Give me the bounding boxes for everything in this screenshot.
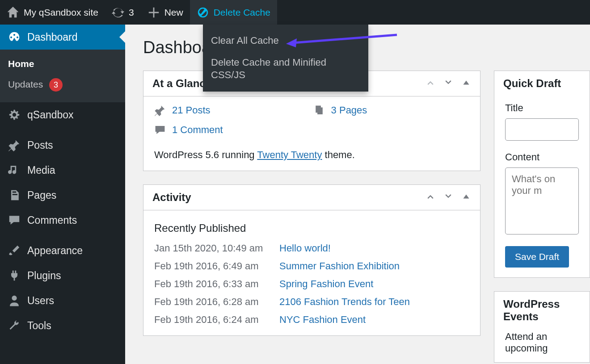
sidebar-item-label: Comments (27, 214, 77, 226)
triangle-up-icon (461, 192, 471, 201)
pages-icon (8, 189, 21, 201)
widget-controls (426, 192, 471, 203)
sidebar-item-tools[interactable]: Tools (0, 313, 125, 338)
widget-toggle[interactable] (461, 192, 471, 203)
admin-toolbar: My qSandbox site 3 New Delete Cache (0, 0, 590, 25)
sidebar-item-label: Dashboard (27, 31, 78, 43)
quickdraft-title-input[interactable] (505, 118, 579, 141)
widget-toggle[interactable] (461, 78, 471, 89)
updates-badge: 3 (49, 78, 63, 92)
activity-row: Feb 19th 2016, 6:24 amNYC Fashion Event (154, 314, 469, 326)
chevron-up-icon (426, 78, 435, 88)
sidebar-item-label: Media (27, 164, 55, 176)
activity-post-link[interactable]: Summer Fashion Exhibition (279, 260, 400, 272)
sidebar-item-label: Plugins (27, 270, 61, 282)
brush-icon (8, 244, 21, 257)
activity-row: Feb 19th 2016, 6:28 am2106 Fashion Trend… (154, 296, 469, 308)
toolbar-new-label: New (164, 7, 183, 18)
chevron-down-icon (443, 192, 453, 201)
wrench-icon (8, 319, 21, 332)
sidebar-item-dashboard[interactable]: Dashboard (0, 25, 125, 50)
chevron-up-icon (426, 192, 435, 201)
comment-icon (8, 214, 21, 226)
glance-pages-link[interactable]: 3 Pages (313, 105, 367, 116)
sidebar-item-label: Posts (27, 139, 53, 151)
cache-icon (197, 6, 209, 19)
widget-title: Quick Draft (503, 77, 561, 90)
activity-list: Jan 15th 2020, 10:49 amHello world! Feb … (154, 243, 469, 326)
toolbar-new[interactable]: New (141, 0, 190, 25)
comment-icon (154, 124, 166, 136)
sidebar-item-label: Pages (27, 189, 56, 201)
quickdraft-content-label: Content (505, 151, 579, 163)
sidebar-item-plugins[interactable]: Plugins (0, 263, 125, 288)
refresh-icon (112, 6, 124, 19)
glance-theme-link[interactable]: Twenty Twenty (257, 149, 322, 160)
dashboard-icon (8, 31, 21, 43)
dropdown-clear-all-cache[interactable]: Clear All Cache (203, 30, 368, 52)
toolbar-delete-cache-label: Delete Cache (214, 7, 270, 18)
sidebar-item-appearance[interactable]: Appearance (0, 238, 125, 263)
widget-quick-draft: Quick Draft Title Content Save Draft (494, 71, 590, 278)
triangle-up-icon (461, 78, 471, 88)
toolbar-site-link[interactable]: My qSandbox site (0, 0, 105, 25)
admin-sidebar: Dashboard Home Updates 3 qSandbox Posts … (0, 25, 125, 364)
sidebar-item-posts[interactable]: Posts (0, 133, 125, 158)
plus-icon (148, 6, 160, 19)
gear-icon (8, 109, 21, 121)
quickdraft-content-textarea[interactable] (505, 167, 579, 234)
quickdraft-title-label: Title (505, 102, 579, 114)
widget-move-down[interactable] (443, 192, 453, 203)
events-text: Attend an upcoming (494, 323, 590, 362)
user-icon (8, 294, 21, 307)
widget-move-up[interactable] (426, 192, 435, 203)
dropdown-delete-minified[interactable]: Delete Cache and Minified CSS/JS (203, 52, 368, 86)
glance-comments-link[interactable]: 1 Comment (154, 124, 469, 136)
activity-subtitle: Recently Published (154, 222, 469, 234)
media-icon (8, 164, 21, 176)
widget-move-up[interactable] (426, 78, 435, 89)
activity-post-link[interactable]: 2106 Fashion Trends for Teen (279, 296, 410, 308)
toolbar-updates[interactable]: 3 (105, 0, 141, 25)
glance-version-text: WordPress 5.6 running Twenty Twenty them… (154, 146, 469, 161)
sidebar-item-media[interactable]: Media (0, 158, 125, 183)
sidebar-item-label: Appearance (27, 245, 83, 257)
activity-post-link[interactable]: Spring Fashion Event (279, 278, 373, 290)
pin-icon (154, 105, 166, 116)
home-icon (7, 6, 19, 19)
plugin-icon (8, 269, 21, 282)
widget-title: Activity (152, 191, 191, 204)
activity-row: Feb 19th 2016, 6:49 amSummer Fashion Exh… (154, 260, 469, 272)
chevron-down-icon (443, 78, 453, 88)
widget-wp-events: WordPress Events Attend an upcoming (494, 291, 590, 363)
sidebar-sub-home[interactable]: Home (0, 54, 125, 74)
delete-cache-dropdown: Clear All Cache Delete Cache and Minifie… (203, 25, 368, 92)
widget-title: WordPress Events (503, 298, 581, 323)
sidebar-sub-updates[interactable]: Updates 3 (0, 74, 125, 96)
activity-post-link[interactable]: NYC Fashion Event (279, 314, 366, 326)
sidebar-item-users[interactable]: Users (0, 288, 125, 313)
glance-posts-link[interactable]: 21 Posts (154, 105, 211, 116)
widget-activity: Activity Recently Published Jan 15th 202… (143, 184, 480, 336)
toolbar-updates-count: 3 (129, 7, 134, 18)
widget-move-down[interactable] (443, 78, 453, 89)
save-draft-button[interactable]: Save Draft (505, 246, 569, 268)
pin-icon (8, 139, 21, 151)
activity-row: Jan 15th 2020, 10:49 amHello world! (154, 243, 469, 254)
sidebar-item-label: Users (27, 295, 54, 307)
sidebar-submenu-dashboard: Home Updates 3 (0, 50, 125, 102)
sidebar-item-label: Tools (27, 320, 51, 332)
sidebar-item-comments[interactable]: Comments (0, 208, 125, 233)
toolbar-delete-cache[interactable]: Delete Cache (190, 0, 277, 25)
activity-post-link[interactable]: Hello world! (279, 243, 331, 254)
toolbar-site-name: My qSandbox site (24, 7, 98, 18)
widget-controls (426, 78, 471, 89)
activity-row: Feb 19th 2016, 6:33 amSpring Fashion Eve… (154, 278, 469, 290)
pages-icon (313, 105, 325, 116)
sidebar-item-label: qSandbox (27, 109, 74, 121)
sidebar-item-pages[interactable]: Pages (0, 183, 125, 208)
sidebar-item-qsandbox[interactable]: qSandbox (0, 102, 125, 127)
